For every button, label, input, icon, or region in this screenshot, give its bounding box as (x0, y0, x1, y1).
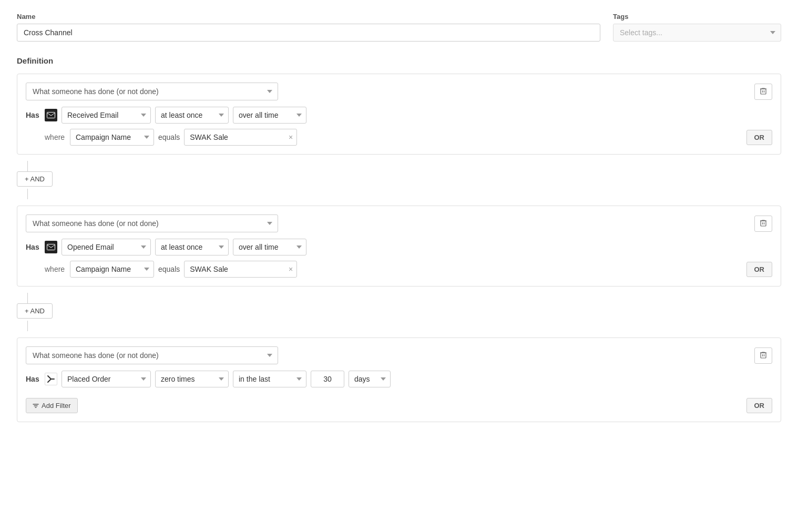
filter-select-2[interactable]: Campaign Name (70, 261, 154, 278)
and-button-1[interactable]: + AND (17, 171, 53, 187)
condition-type-select-2[interactable]: What someone has done (or not done) (26, 214, 278, 232)
connector-line-2 (27, 293, 28, 303)
filter-select-1[interactable]: Campaign Name (70, 129, 154, 146)
condition-type-select-3[interactable]: What someone has done (or not done) (26, 346, 278, 364)
event-row-3: Has Placed Order zero times in the last … (26, 371, 772, 387)
event-row-2: Has Opened Email at least once over all … (26, 239, 772, 255)
clear-button-1[interactable]: × (289, 134, 293, 141)
value-wrap-2: × (184, 261, 297, 278)
number-input-3[interactable] (311, 371, 344, 387)
value-wrap-1: × (184, 129, 297, 146)
or-button-3[interactable]: OR (746, 398, 773, 413)
where-row-1: where Campaign Name equals × (26, 129, 297, 146)
connector-line-1b (27, 189, 28, 199)
add-filter-label-3: Add Filter (42, 402, 71, 410)
and-section-1: + AND (17, 161, 781, 199)
frequency-select-3[interactable]: zero times (155, 371, 229, 387)
days-select-3[interactable]: days (349, 371, 391, 387)
bottom-row-3: Add Filter OR (26, 393, 772, 413)
where-label-1: where (45, 133, 66, 141)
event-icon-3 (45, 373, 57, 385)
event-select-3[interactable]: Placed Order (62, 371, 151, 387)
event-select-2[interactable]: Opened Email (62, 239, 151, 255)
svg-rect-3 (47, 244, 55, 250)
frequency-select-1[interactable]: at least once (155, 107, 229, 124)
condition-block-2: What someone has done (or not done) Has (17, 206, 781, 287)
equals-label-2: equals (158, 265, 180, 273)
event-row-1: Has Received Email at least once over al… (26, 107, 772, 124)
where-row-2: where Campaign Name equals × (26, 261, 297, 278)
name-input[interactable] (17, 24, 600, 42)
tags-select[interactable]: Select tags... (613, 24, 781, 42)
frequency-select-2[interactable]: at least once (155, 239, 229, 255)
time-select-2[interactable]: over all time (233, 239, 306, 255)
or-button-1[interactable]: OR (746, 130, 773, 145)
definition-label: Definition (17, 56, 781, 65)
and-button-2[interactable]: + AND (17, 303, 53, 319)
condition-type-select-1[interactable]: What someone has done (or not done) (26, 83, 278, 100)
value-input-1[interactable] (184, 129, 297, 146)
delete-button-3[interactable] (754, 347, 772, 364)
delete-button-2[interactable] (754, 216, 772, 232)
and-section-2: + AND (17, 293, 781, 331)
has-label-2: Has (26, 243, 40, 251)
condition-block-3: What someone has done (or not done) Has (17, 337, 781, 422)
connector-line-1 (27, 161, 28, 171)
condition-block-1: What someone has done (or not done) Has (17, 74, 781, 155)
equals-label-1: equals (158, 133, 180, 141)
tags-label: Tags (613, 13, 781, 21)
event-icon-1 (45, 109, 57, 121)
where-label-2: where (45, 265, 66, 273)
has-label-1: Has (26, 111, 40, 119)
name-label: Name (17, 13, 600, 21)
has-label-3: Has (26, 375, 40, 383)
event-select-1[interactable]: Received Email (62, 107, 151, 124)
delete-button-1[interactable] (754, 84, 772, 100)
clear-button-2[interactable]: × (289, 265, 293, 273)
add-filter-button-3[interactable]: Add Filter (26, 398, 78, 413)
time-select-3[interactable]: in the last (233, 371, 306, 387)
svg-rect-4 (761, 353, 766, 358)
connector-line-2b (27, 321, 28, 331)
time-select-1[interactable]: over all time (233, 107, 306, 124)
value-input-2[interactable] (184, 261, 297, 278)
where-row-outer-2: where Campaign Name equals × OR (26, 261, 772, 278)
svg-rect-1 (47, 112, 55, 118)
svg-rect-2 (761, 221, 766, 226)
event-icon-2 (45, 241, 57, 253)
where-row-outer-1: where Campaign Name equals × OR (26, 129, 772, 146)
svg-rect-0 (761, 89, 766, 94)
or-button-2[interactable]: OR (746, 262, 773, 277)
